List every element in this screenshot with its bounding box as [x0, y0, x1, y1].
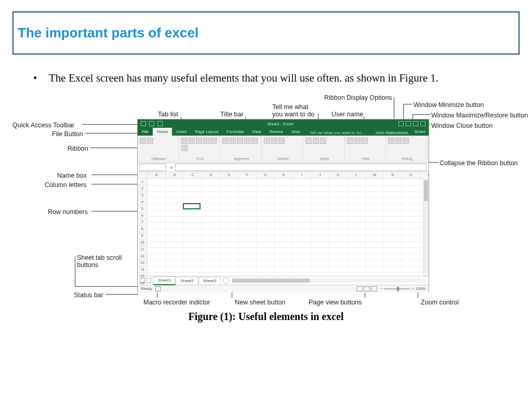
callout-page-view: Page view buttons — [309, 298, 362, 307]
column-headers[interactable]: ABCD EFGH IJKL MNOP — [148, 172, 429, 179]
maximize-icon[interactable] — [413, 121, 418, 126]
tab-view[interactable]: View — [287, 128, 304, 136]
sheet-tab-2[interactable]: Sheet2 — [176, 277, 198, 285]
callout-sheet-scroll-l2: buttons — [77, 260, 98, 270]
formula-bar[interactable] — [175, 164, 427, 171]
callout-new-sheet: New sheet button — [235, 298, 285, 307]
status-bar: Ready −+ 100% — [138, 285, 429, 292]
callout-file-button: File Button — [52, 129, 83, 139]
ribbon-group-number: Number — [263, 137, 303, 162]
figure-area: Quick Access Toolbar File Button Ribbon … — [33, 93, 499, 301]
horizontal-scrollbar[interactable] — [232, 278, 425, 283]
callout-title-bar: Title bar — [220, 110, 244, 119]
workbook-title: Book1 - Excel — [163, 121, 398, 127]
callout-status-bar: Status bar — [74, 290, 103, 300]
active-cell-indicator[interactable] — [183, 203, 201, 209]
figure-caption: Figure (1): Useful elements in excel — [33, 309, 499, 324]
new-sheet-button[interactable] — [223, 277, 229, 284]
bullet-text: The Excel screen has many useful element… — [49, 70, 499, 86]
sheet-tab-1[interactable]: Sheet1 — [153, 276, 176, 285]
fx-icon[interactable]: fx — [170, 165, 173, 171]
callout-tab-list: Tab list — [158, 110, 178, 119]
title-bar: Book1 - Excel — [138, 119, 429, 128]
zoom-percent: 100% — [416, 286, 425, 292]
tab-review[interactable]: Review — [265, 128, 287, 136]
share-button[interactable]: Share — [411, 128, 429, 136]
tab-insert[interactable]: Insert — [172, 128, 191, 136]
minimize-icon[interactable] — [406, 121, 411, 126]
status-ready: Ready — [138, 286, 152, 292]
bullet-marker: • — [33, 70, 49, 86]
callout-win-max: Window Maximize/Restore button — [431, 111, 528, 120]
quick-access-toolbar[interactable] — [138, 121, 163, 126]
file-button[interactable]: File — [138, 128, 153, 136]
callout-quick-access-toolbar: Quick Access Toolbar — [12, 121, 74, 130]
callout-ribbon: Ribbon — [68, 144, 88, 153]
callout-collapse-ribbon: Collapse the Ribbon button — [440, 158, 518, 168]
bullet-item: • The Excel screen has many useful eleme… — [33, 70, 499, 86]
redo-icon[interactable] — [157, 121, 163, 126]
ribbon-group-cells: Cells — [346, 137, 387, 162]
undo-icon[interactable] — [149, 121, 154, 126]
callout-macro-recorder: Macro recorder indictor — [143, 298, 210, 307]
excel-window: Book1 - Excel File Home Insert Page Layo… — [137, 119, 429, 292]
ribbon-group-styles: Styles — [304, 137, 345, 162]
row-headers[interactable]: 1234 5678 9101112 13141516 — [138, 172, 148, 276]
page-view-buttons[interactable] — [356, 286, 377, 291]
tab-home[interactable]: Home — [153, 128, 172, 136]
save-icon[interactable] — [141, 121, 146, 126]
tell-me-input[interactable]: Tell me what you want to do… — [310, 130, 365, 136]
tab-list: File Home Insert Page Layout Formulas Da… — [138, 128, 429, 136]
tab-pagelayout[interactable]: Page Layout — [191, 128, 222, 136]
ribbon-display-icon[interactable] — [398, 121, 404, 126]
zoom-control[interactable]: −+ 100% — [380, 286, 425, 292]
title-box: The important parts of excel — [12, 11, 520, 55]
sheet-tab-3[interactable]: Sheet3 — [198, 277, 221, 285]
ribbon-group-editing: Editing — [387, 137, 428, 162]
callout-win-close: Window Close button — [431, 121, 493, 130]
page-title: The important parts of excel — [18, 25, 518, 41]
callout-zoom: Zoom control — [421, 298, 459, 307]
tab-data[interactable]: Data — [248, 128, 265, 136]
macro-recorder-icon[interactable] — [155, 286, 161, 291]
sheet-tab-bar: Sheet1 Sheet2 Sheet3 — [138, 276, 429, 285]
callout-name-box: Name box — [57, 171, 87, 180]
callout-row-numbers: Row numbers — [48, 207, 88, 217]
callout-ribbon-display: Ribbon Display Options — [324, 93, 392, 102]
close-icon[interactable] — [420, 121, 425, 126]
name-box[interactable] — [139, 164, 166, 171]
ribbon: Clipboard Font Alignment Number Styles C… — [138, 136, 429, 163]
worksheet-grid[interactable]: 1234 5678 9101112 13141516 ABCD EFGH IJK… — [138, 172, 429, 276]
vertical-scrollbar[interactable] — [423, 178, 429, 276]
callout-tellme-l2: you want to do — [272, 110, 314, 119]
callout-user-name: User name — [331, 110, 363, 119]
ribbon-group-clipboard: Clipboard — [139, 137, 179, 162]
callout-win-min: Window Minimize button — [414, 100, 484, 110]
callout-column-letters: Column letters — [45, 180, 87, 190]
ribbon-group-alignment: Alignment — [221, 137, 262, 162]
ribbon-group-font: Font — [180, 137, 221, 162]
user-name-label[interactable]: John Walkenbach — [375, 130, 411, 136]
formula-bar-row: fx — [138, 163, 429, 172]
tab-formulas[interactable]: Formulas — [222, 128, 248, 136]
